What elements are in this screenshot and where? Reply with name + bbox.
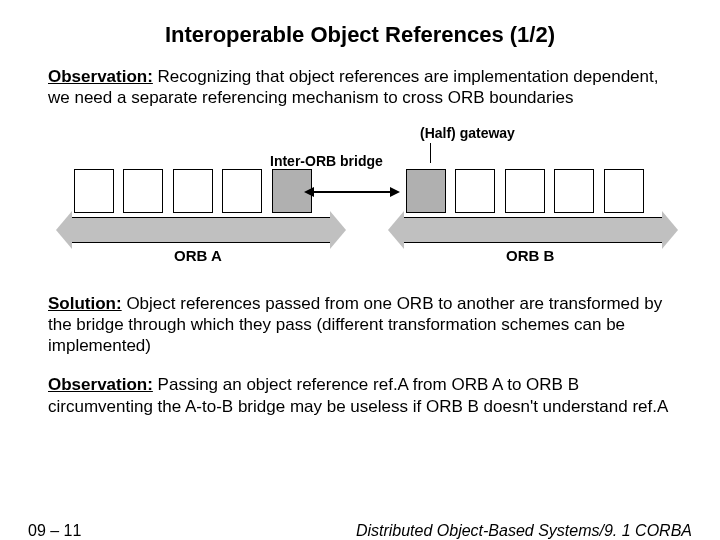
object-box [604, 169, 644, 213]
orb-a-bus [56, 217, 346, 243]
gateway-box [406, 169, 446, 213]
object-box [554, 169, 594, 213]
object-box [173, 169, 213, 213]
half-gateway-pointer [430, 143, 431, 163]
object-box [222, 169, 262, 213]
orb-b-bus [388, 217, 678, 243]
slide: Interoperable Object References (1/2) Ob… [0, 0, 720, 540]
solution: Solution: Object references passed from … [48, 293, 672, 357]
object-box [505, 169, 545, 213]
orb-b-label: ORB B [506, 247, 554, 264]
observation-1: Observation: Recognizing that object ref… [48, 66, 672, 109]
object-box [455, 169, 495, 213]
page-number: 09 – 11 [28, 522, 81, 540]
solution-label: Solution: [48, 294, 122, 313]
observation-2: Observation: Passing an object reference… [48, 374, 672, 417]
inter-orb-bridge-label: Inter-ORB bridge [270, 153, 383, 169]
source-citation: Distributed Object-Based Systems/9. 1 CO… [356, 522, 692, 540]
object-box [74, 169, 114, 213]
slide-title: Interoperable Object References (1/2) [0, 0, 720, 48]
half-gateway-label: (Half) gateway [420, 125, 515, 141]
solution-text: Object references passed from one ORB to… [48, 294, 662, 356]
object-box [123, 169, 163, 213]
orb-a-label: ORB A [174, 247, 222, 264]
orb-a-objects [74, 169, 317, 211]
observation-2-label: Observation: [48, 375, 153, 394]
bridge-arrow [304, 187, 400, 197]
orb-b-objects [406, 169, 649, 211]
orb-diagram: (Half) gateway Inter-ORB bridge ORB A [50, 125, 670, 275]
observation-1-label: Observation: [48, 67, 153, 86]
